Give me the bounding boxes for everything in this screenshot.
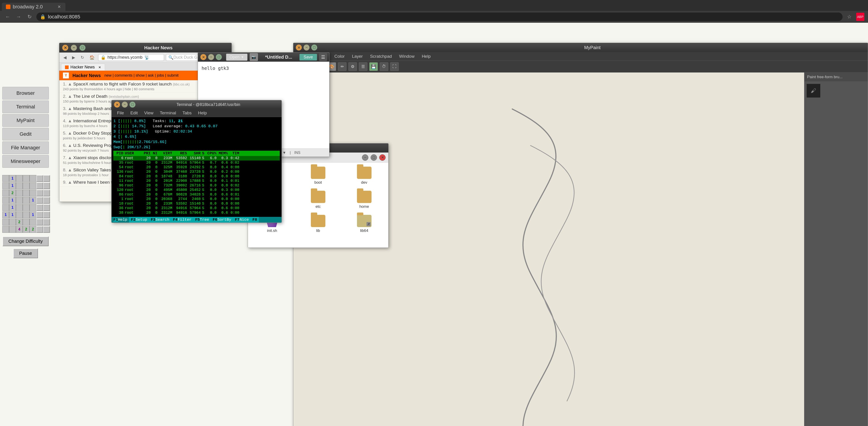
- mine-cell[interactable]: 1: [30, 211, 36, 218]
- mine-cell[interactable]: [16, 211, 23, 218]
- gedit-close-btn[interactable]: ✕: [200, 54, 207, 60]
- terminal-menu-file[interactable]: File: [114, 110, 127, 116]
- fm-item-dev[interactable]: dev: [342, 165, 386, 187]
- hn-upvote[interactable]: ▲: [68, 94, 72, 99]
- mine-cell[interactable]: [43, 204, 50, 211]
- fm-close-btn2[interactable]: ✕: [379, 154, 385, 161]
- mine-cell[interactable]: [23, 211, 30, 218]
- mypaint-menu-color[interactable]: Color: [331, 53, 348, 60]
- terminal-min-btn[interactable]: −: [122, 101, 128, 108]
- hn-upvote[interactable]: ▲: [68, 82, 72, 86]
- mp-list-btn[interactable]: ☰: [359, 62, 367, 71]
- mine-cell[interactable]: [23, 175, 30, 182]
- gedit-max-btn[interactable]: □: [216, 54, 222, 60]
- mine-cell[interactable]: [2, 197, 9, 204]
- mine-cell[interactable]: 1: [2, 211, 9, 218]
- mp-settings-btn[interactable]: ⚙: [348, 62, 357, 71]
- hn-max-btn[interactable]: □: [79, 44, 86, 51]
- mine-cell[interactable]: 1: [9, 182, 16, 189]
- f1-help[interactable]: F1Help: [112, 217, 129, 222]
- hn-item-link[interactable]: SpaceX returns to flight with Falcon 9 r…: [73, 82, 172, 86]
- gedit-menu-btn[interactable]: ☰: [319, 53, 327, 61]
- mine-cell[interactable]: [16, 175, 23, 182]
- tab-close-btn[interactable]: ✕: [57, 4, 61, 9]
- mine-cell[interactable]: [36, 190, 43, 196]
- sidebar-btn-terminal[interactable]: Terminal: [2, 100, 49, 113]
- mine-cell[interactable]: [23, 204, 30, 211]
- terminal-max-btn[interactable]: □: [129, 101, 136, 108]
- f7-nice[interactable]: F7Nice: [233, 217, 251, 222]
- mine-cell[interactable]: [36, 204, 43, 211]
- mine-cell[interactable]: [43, 211, 50, 218]
- sidebar-btn-mypaint[interactable]: MyPaint: [2, 114, 49, 127]
- address-bar[interactable]: 🔒 localhost:8085: [36, 12, 842, 21]
- hn-back-btn[interactable]: ◀: [62, 54, 68, 61]
- terminal-menu-terminal[interactable]: Terminal: [157, 110, 179, 116]
- hn-upvote[interactable]: ▲: [68, 131, 72, 135]
- hn-upvote[interactable]: ▲: [68, 143, 72, 148]
- hn-fwd-btn[interactable]: ▶: [70, 54, 77, 61]
- hn-upvote[interactable]: ▲: [68, 118, 72, 123]
- browser-tab[interactable]: broadway 2.0 ✕: [2, 3, 65, 11]
- sidebar-btn-browser[interactable]: Browser: [2, 87, 49, 99]
- mp-timer-btn[interactable]: ⏱: [380, 62, 388, 71]
- hn-tab[interactable]: Hacker News ✕: [61, 64, 105, 70]
- mine-cell[interactable]: 1: [9, 211, 16, 218]
- mypaint-close-btn[interactable]: ✕: [296, 44, 302, 51]
- forward-btn[interactable]: →: [14, 13, 23, 21]
- gedit-open-btn[interactable]: Open▼: [226, 54, 247, 61]
- mine-cell[interactable]: 2: [16, 219, 23, 225]
- mine-cell[interactable]: [36, 197, 43, 204]
- sidebar-btn-filemanager[interactable]: File Manager: [2, 142, 49, 154]
- mine-cell[interactable]: [36, 175, 43, 182]
- mine-cell[interactable]: [36, 219, 43, 225]
- mine-cell[interactable]: [2, 190, 9, 196]
- hn-upvote[interactable]: ▲: [68, 106, 72, 111]
- mine-cell[interactable]: [2, 226, 9, 233]
- terminal-body[interactable]: 1 [||||| 8.8%] Tasks: 11, 21 2 [|||| 14.…: [112, 117, 282, 222]
- mine-cell[interactable]: [2, 182, 9, 189]
- mine-cell[interactable]: [43, 182, 50, 189]
- sidebar-btn-minesweeper[interactable]: Minesweeper: [2, 155, 49, 168]
- mp-brush-btn[interactable]: ✏: [338, 62, 346, 71]
- hn-close-btn[interactable]: ✕: [62, 44, 68, 51]
- f6-sortby[interactable]: F6SortBy: [211, 217, 233, 222]
- pause-btn[interactable]: Pause: [13, 248, 38, 258]
- mine-cell[interactable]: [30, 190, 36, 196]
- hn-tab-close[interactable]: ✕: [98, 65, 101, 69]
- back-btn[interactable]: ←: [4, 13, 12, 21]
- mine-cell[interactable]: [43, 219, 50, 225]
- mypaint-menu-layer[interactable]: Layer: [349, 53, 366, 60]
- mine-cell[interactable]: [43, 226, 50, 233]
- mine-cell[interactable]: [30, 219, 36, 225]
- hn-upvote[interactable]: ▲: [68, 180, 72, 185]
- extensions-btn[interactable]: ABP: [856, 13, 864, 21]
- fm-item-boot[interactable]: boot: [296, 165, 340, 187]
- mine-cell[interactable]: 1: [9, 175, 16, 182]
- mine-cell[interactable]: 2: [9, 190, 16, 196]
- hn-upvote[interactable]: ▲: [68, 155, 72, 160]
- fm-item-home[interactable]: home: [342, 189, 386, 211]
- mine-cell[interactable]: [30, 182, 36, 189]
- mine-cell[interactable]: [30, 175, 36, 182]
- mine-cell[interactable]: 1: [9, 204, 16, 211]
- f2-setup[interactable]: F2Setup: [129, 217, 149, 222]
- mine-cell[interactable]: [43, 197, 50, 204]
- fm-max-btn2[interactable]: □: [371, 154, 377, 161]
- mine-cell[interactable]: 1: [30, 197, 36, 204]
- mine-cell[interactable]: [23, 182, 30, 189]
- mypaint-menu-help[interactable]: Help: [418, 53, 434, 60]
- change-difficulty-btn[interactable]: Change Difficulty: [2, 236, 49, 246]
- hn-reload-btn[interactable]: ↻: [79, 54, 86, 61]
- mine-cell[interactable]: [30, 204, 36, 211]
- mine-cell[interactable]: [43, 175, 50, 182]
- hn-min-btn[interactable]: −: [71, 44, 77, 51]
- hn-upvote[interactable]: ▲: [68, 168, 72, 172]
- gedit-cam-btn[interactable]: 📷: [250, 53, 258, 61]
- sidebar-btn-gedit[interactable]: Gedit: [2, 128, 49, 141]
- mine-cell[interactable]: [16, 204, 23, 211]
- mine-cell[interactable]: 1: [9, 197, 16, 204]
- fm-item-lib64[interactable]: ↗ lib64: [342, 213, 386, 235]
- mine-cell[interactable]: [36, 211, 43, 218]
- fm-item-lib[interactable]: lib: [296, 213, 340, 235]
